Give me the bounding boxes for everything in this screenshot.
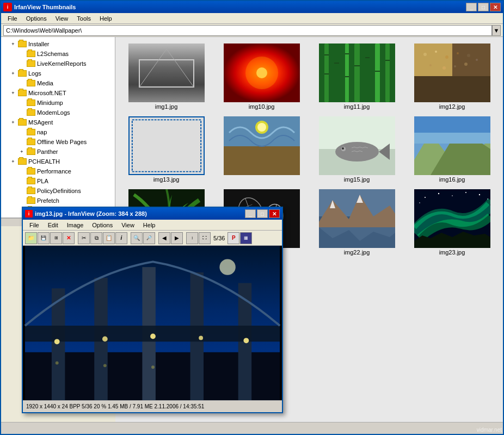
- svg-point-36: [454, 65, 456, 67]
- folder-label-offlinewebpages: Offline Web Pages: [37, 139, 87, 145]
- folder-nap[interactable]: nap: [1, 127, 115, 137]
- minimize-button[interactable]: _: [466, 3, 477, 11]
- folder-installer[interactable]: + Installer: [1, 39, 115, 49]
- irfan-menu-edit[interactable]: Edit: [44, 221, 63, 229]
- folder-minidump[interactable]: Minidump: [1, 98, 115, 108]
- toggle-minidump: [19, 100, 25, 106]
- folder-policydefinitions[interactable]: PolicyDefinitions: [1, 186, 115, 196]
- folder-icon-minidump: [27, 100, 35, 106]
- thumb-img12[interactable]: img12.jpg: [405, 41, 499, 112]
- svg-point-96: [150, 334, 156, 339]
- thumb-img15[interactable]: img15.jpg: [310, 114, 403, 185]
- irfan-statusbar: 1920 x 1440 x 24 BPP 5/36 20 % 1.45 MB /…: [23, 400, 282, 412]
- irfan-minimize-button[interactable]: _: [245, 209, 256, 218]
- toolbar-zoom-out[interactable]: 🔎: [143, 232, 155, 244]
- folder-label-msagent: MSAgent: [28, 119, 53, 126]
- irfan-menu-help[interactable]: Help: [139, 221, 160, 229]
- thumb-img14[interactable]: [215, 114, 308, 185]
- folder-performance[interactable]: Performance: [1, 166, 115, 176]
- toggle-offlinewebpages: [19, 139, 25, 145]
- toolbar-fullscreen[interactable]: ⛶: [199, 232, 211, 244]
- close-button[interactable]: ✕: [490, 3, 501, 11]
- folder-modemlogs[interactable]: ModemLogs: [1, 108, 115, 117]
- folder-prefetch[interactable]: Prefetch: [1, 196, 115, 206]
- toolbar-next[interactable]: ▶: [171, 232, 183, 244]
- svg-point-30: [435, 51, 437, 53]
- thumb-img23[interactable]: img23.jpg: [405, 187, 499, 258]
- folder-icon-logs: [18, 70, 27, 77]
- irfan-maximize-button[interactable]: □: [257, 209, 268, 218]
- irfan-menu-image[interactable]: Image: [63, 221, 88, 229]
- toolbar-paste[interactable]: 📋: [103, 232, 115, 244]
- svg-rect-27: [452, 44, 490, 76]
- toolbar-thumbs[interactable]: ⊞: [50, 232, 62, 244]
- toggle-l2schemas: [19, 51, 25, 57]
- thumb-img16[interactable]: img16.jpg: [405, 114, 499, 185]
- toggle-panther[interactable]: +: [19, 148, 25, 155]
- toggle-microsoftnet[interactable]: +: [10, 90, 16, 96]
- irfan-menu-view[interactable]: View: [117, 221, 139, 229]
- toggle-msagent[interactable]: +: [10, 119, 16, 126]
- thumb-img10-image: [224, 44, 300, 102]
- folder-label-livekernelreports: LiveKernelReports: [37, 60, 87, 67]
- toolbar-open[interactable]: 📁: [25, 232, 37, 244]
- svg-rect-21: [354, 65, 360, 66]
- irfan-menu-options[interactable]: Options: [88, 221, 117, 229]
- toolbar-info[interactable]: i: [115, 232, 127, 244]
- thumb-label-img11: img11.jpg: [344, 103, 370, 110]
- thumb-img22[interactable]: img22.jpg: [310, 187, 403, 258]
- toggle-logs[interactable]: +: [10, 70, 16, 77]
- folder-label-pchealth: PCHEALTH: [28, 158, 60, 165]
- toggle-installer[interactable]: +: [10, 41, 16, 47]
- svg-rect-16: [324, 54, 329, 55]
- thumb-img13-placeholder[interactable]: img13.jpg: [120, 114, 213, 185]
- maximize-button[interactable]: □: [478, 3, 489, 11]
- toolbar-extra[interactable]: ▦: [240, 232, 252, 244]
- folder-offlinewebpages[interactable]: Offline Web Pages: [1, 137, 115, 147]
- toolbar-zoom-in[interactable]: 🔍: [131, 232, 143, 244]
- irfan-menu-file[interactable]: File: [25, 221, 44, 229]
- main-menu-bar: File Options View Tools Help: [1, 13, 503, 24]
- svg-point-31: [445, 55, 448, 59]
- toggle-policydefinitions: [19, 188, 25, 194]
- address-dropdown[interactable]: ▼: [492, 25, 501, 36]
- menu-options[interactable]: Options: [22, 14, 51, 23]
- toolbar-save[interactable]: 💾: [38, 232, 50, 244]
- toolbar-cut[interactable]: ✂: [78, 232, 90, 244]
- thumb-label-img22: img22.jpg: [344, 249, 370, 256]
- menu-help[interactable]: Help: [95, 14, 116, 23]
- irfan-close-button[interactable]: ✕: [269, 209, 280, 218]
- thumb-img22-image: [319, 189, 395, 248]
- thumb-img10[interactable]: img10.jpg: [215, 41, 308, 112]
- irfan-toolbar: 📁 💾 ⊞ ✕ ✂ ⧉ 📋 i 🔍 🔎 ◀ ▶ ↕ ⛶ 5/36 P ▦: [23, 231, 282, 246]
- svg-rect-10: [334, 44, 339, 102]
- folder-livekernelreports[interactable]: LiveKernelReports: [1, 59, 115, 69]
- toggle-pchealth[interactable]: +: [10, 158, 16, 165]
- folder-panther[interactable]: + Panther: [1, 147, 115, 157]
- folder-media[interactable]: Media: [1, 78, 115, 88]
- folder-l2schemas[interactable]: L2Schemas: [1, 49, 115, 59]
- folder-pla[interactable]: PLA: [1, 176, 115, 186]
- menu-file[interactable]: File: [3, 14, 22, 23]
- folder-label-policydefinitions: PolicyDefinitions: [37, 188, 81, 194]
- thumb-img11[interactable]: img11.jpg: [310, 41, 403, 112]
- toolbar-delete[interactable]: ✕: [63, 232, 75, 244]
- folder-list: + Installer L2Schemas LiveKernelReports: [1, 37, 115, 217]
- folder-logs[interactable]: + Logs: [1, 69, 115, 78]
- folder-pchealth[interactable]: + PCHEALTH: [1, 157, 115, 166]
- toolbar-copy[interactable]: ⧉: [90, 232, 102, 244]
- address-input[interactable]: [3, 25, 492, 36]
- toolbar-prev[interactable]: ◀: [158, 232, 170, 244]
- toolbar-color[interactable]: P: [228, 232, 239, 244]
- menu-tools[interactable]: Tools: [72, 14, 95, 23]
- toolbar-fit[interactable]: ↕: [186, 232, 198, 244]
- thumb-img1[interactable]: img1.jpg: [120, 41, 213, 112]
- folder-microsoftnet[interactable]: + Microsoft.NET: [1, 88, 115, 98]
- irfan-title-bar: i img13.jpg - IrfanView (Zoom: 384 x 288…: [23, 208, 282, 220]
- folder-icon-l2schemas: [27, 51, 35, 57]
- folder-msagent[interactable]: + MSAgent: [1, 117, 115, 127]
- menu-view[interactable]: View: [51, 14, 73, 23]
- svg-point-82: [419, 202, 420, 203]
- irfan-title-text: img13.jpg - IrfanView (Zoom: 384 x 288): [35, 210, 245, 217]
- folder-icon-livekernelreports: [27, 60, 35, 67]
